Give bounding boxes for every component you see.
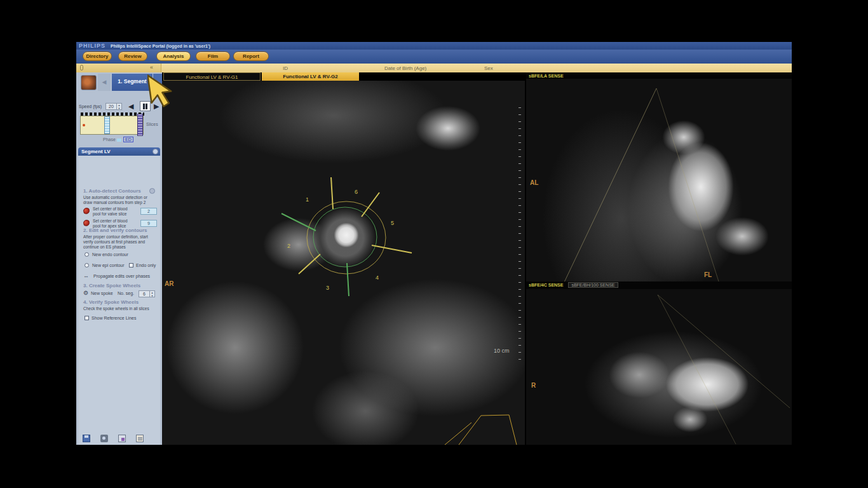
tab-functional-lv-rv-g2[interactable]: Functional LV & RV-G2: [262, 72, 359, 81]
step3-title: 3. Create Spoke Wheels: [83, 283, 140, 288]
reference-lines-overlay: [526, 79, 792, 287]
no-seg-stepper[interactable]: 6 ▲▼: [139, 290, 155, 297]
short-axis-viewport[interactable]: AR 10 cm 1 2 3 4: [162, 81, 525, 445]
reference-lines-overlay-2: [526, 289, 792, 445]
directory-button[interactable]: Directory: [83, 51, 112, 61]
paperclip-icon: [80, 65, 83, 71]
panel-menu-icon[interactable]: [153, 149, 158, 154]
scale-label: 10 cm: [494, 348, 510, 354]
segment-number-3: 3: [326, 285, 329, 291]
no-seg-down-icon[interactable]: ▼: [150, 294, 154, 297]
step2-description: After proper contour definition, start v…: [83, 234, 157, 250]
document-icon[interactable]: [136, 435, 144, 442]
patient-sex-header: Sex: [484, 65, 493, 71]
viewer-area: Functional LV & RV-G1 Functional LV & RV…: [162, 72, 792, 445]
show-reference-lines-checkbox[interactable]: [85, 316, 89, 320]
segment-lv-panel-header: Segment LV: [78, 147, 160, 156]
workflow-step-label: 1. Segment: [118, 78, 146, 85]
orientation-label-fl: FL: [704, 271, 712, 278]
collapse-sidebar-button[interactable]: «: [150, 64, 153, 71]
window-title: Philips IntelliSpace Portal (logged in a…: [111, 44, 210, 48]
no-seg-value: 6: [139, 291, 149, 297]
phase-timeline[interactable]: [80, 116, 144, 135]
patient-id-header: ID: [283, 65, 288, 71]
new-epi-contour-radio[interactable]: [85, 263, 89, 268]
ruler-ticks: [519, 107, 521, 363]
endo-only-label: Endo only: [136, 263, 156, 268]
speed-value: 20: [106, 104, 116, 109]
report-button[interactable]: Report: [233, 51, 269, 61]
patient-dob-header: Date of Birth (Age): [384, 65, 426, 71]
speed-label: Speed (fps): [79, 104, 102, 109]
sidebar-header-strip: «: [76, 64, 161, 72]
orientation-label-ar: AR: [165, 280, 173, 287]
step4-description: Check the spoke wheels in all slices: [83, 306, 157, 311]
previous-step-button[interactable]: ◀: [98, 74, 111, 91]
segment-lv-panel: 1. Auto-detect Contours Use automatic co…: [78, 156, 160, 445]
segment-number-6: 6: [355, 189, 358, 195]
filmstrip-icon: [81, 112, 144, 116]
series-name-bh: sBFE/BH/100 SENSE: [568, 282, 618, 288]
apex-slice-input[interactable]: 9: [140, 220, 157, 227]
phase-marker-icon: [117, 139, 121, 142]
propagate-icon[interactable]: ↔: [83, 273, 89, 279]
valve-slice-input[interactable]: 2: [140, 208, 157, 215]
camera-icon[interactable]: [100, 435, 108, 442]
step1-description: Use automatic contour detection or draw …: [83, 195, 157, 205]
segment-number-1: 1: [306, 196, 309, 203]
spoke-wheel-overlay: [162, 81, 525, 445]
slice-slider[interactable]: [137, 114, 143, 136]
sidebar-bottom-toolbar: [76, 434, 162, 444]
show-reference-lines-label: Show Reference Lines: [92, 316, 136, 320]
tab-functional-lv-rv-g1[interactable]: Functional LV & RV-G1: [163, 72, 261, 81]
gear-icon[interactable]: ⚙: [83, 290, 88, 296]
review-button[interactable]: Review: [118, 51, 147, 61]
pause-button[interactable]: [140, 101, 151, 111]
save-icon[interactable]: [83, 435, 90, 442]
orientation-label-al: AL: [530, 179, 538, 186]
series-thumbnail[interactable]: [81, 75, 97, 90]
step-back-button[interactable]: ◀: [128, 102, 133, 111]
series-name-4c: sBFE/4C SENSE: [529, 283, 563, 287]
segment-number-4: 4: [376, 274, 379, 281]
blood-pool-valve-icon[interactable]: [83, 208, 90, 214]
step4-title: 4. Verify Spoke Wheels: [83, 299, 139, 305]
main-toolbar: Directory Review Analysis Film Report: [76, 50, 792, 64]
workflow-sidebar: ◀ 1. Segment ▾ ▶ Speed (fps) 20 ▲▼ ◀ ▶ S…: [76, 72, 162, 445]
intellispace-window: PHILIPS Philips IntelliSpace Portal (log…: [76, 42, 792, 445]
speed-down-icon[interactable]: ▼: [117, 107, 121, 110]
valve-slice-row: Set center of blood pool for valve slice…: [83, 207, 158, 217]
new-spoke-label: New spoke: [91, 291, 113, 295]
current-marker-icon: [83, 124, 85, 126]
chevron-down-icon: ▾: [148, 76, 151, 92]
export-icon[interactable]: [118, 435, 126, 442]
film-button[interactable]: Film: [196, 51, 230, 61]
play-button[interactable]: ▶: [154, 102, 159, 111]
valve-slice-label: Set center of blood pool for valve slice: [93, 207, 136, 217]
step1-title: 1. Auto-detect Contours: [83, 188, 141, 194]
title-bar: PHILIPS Philips IntelliSpace Portal (log…: [76, 42, 792, 50]
propagate-label: Propagate edits over phases: [93, 274, 150, 278]
new-epi-contour-label: New epi contour: [92, 263, 125, 268]
segment-lv-title: Segment LV: [81, 149, 111, 154]
no-seg-label: No. seg.: [118, 291, 134, 295]
speed-stepper[interactable]: 20 ▲▼: [105, 103, 122, 110]
new-endo-contour-label: New endo contour: [92, 252, 128, 257]
orientation-label-r: R: [531, 382, 536, 389]
long-axis-viewport[interactable]: AL FL: [526, 79, 792, 287]
next-step-button[interactable]: ▶: [153, 74, 162, 91]
blood-pool-apex-icon[interactable]: [83, 220, 90, 226]
four-chamber-viewport[interactable]: R: [526, 289, 792, 445]
endo-only-checkbox[interactable]: [129, 263, 133, 268]
workflow-step-dropdown[interactable]: 1. Segment ▾: [112, 74, 153, 91]
segment-number-2: 2: [287, 243, 290, 249]
help-icon[interactable]: [149, 188, 155, 194]
slices-label: Slices: [146, 122, 158, 126]
segment-number-5: 5: [391, 220, 394, 226]
analysis-button[interactable]: Analysis: [156, 51, 191, 61]
phase-slider[interactable]: [104, 116, 110, 134]
series-name-la: sBFE/LA SENSE: [529, 74, 564, 78]
patient-info-bar: « ID Date of Birth (Age) Sex: [76, 64, 792, 72]
pause-icon: [143, 104, 147, 109]
new-endo-contour-radio[interactable]: [85, 252, 89, 257]
